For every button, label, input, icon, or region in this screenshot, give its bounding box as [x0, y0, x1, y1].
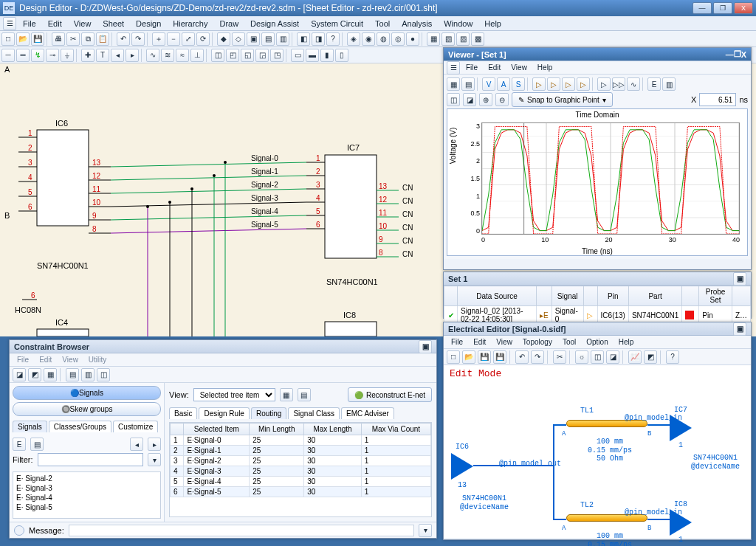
pane-pin-icon[interactable]: ▣	[419, 340, 432, 353]
menu-sheet[interactable]: Sheet	[97, 18, 129, 29]
menu-tool[interactable]: Tool	[370, 18, 395, 29]
mode-a-button[interactable]: A	[497, 77, 510, 91]
tool-icon[interactable]: ▣	[247, 32, 260, 46]
tool-icon[interactable]: ▦	[44, 368, 57, 381]
tool-icon[interactable]: ⊖	[495, 93, 509, 106]
net-icon[interactable]: ↯	[31, 49, 44, 62]
menu-design[interactable]: Design	[131, 18, 166, 29]
refresh-icon[interactable]: ⟳	[196, 32, 210, 46]
menu-view[interactable]: View	[69, 18, 97, 29]
tool-icon[interactable]: ▩	[471, 32, 484, 46]
x-value-input[interactable]	[699, 93, 736, 106]
table-row[interactable]: 5E·Signal-425301	[171, 477, 431, 487]
table-row[interactable]: 4E·Signal-325301	[171, 466, 431, 477]
ee-ic8-buffer-icon[interactable]	[670, 509, 692, 536]
cb-right-tab-routing[interactable]: Routing	[251, 407, 286, 419]
new-icon[interactable]: □	[1, 32, 15, 46]
port-icon[interactable]: ▸	[126, 49, 139, 62]
tool-icon[interactable]: ◫	[211, 49, 224, 62]
ee-menu-edit[interactable]: Edit	[469, 338, 490, 346]
snap-mode-button[interactable]: ✎ Snap to Graphic Point ▾	[512, 92, 613, 107]
set1-window[interactable]: Set 1▣ Data Source Signal Pin Part Probe…	[443, 272, 752, 319]
pane-pin-icon[interactable]: ▣	[733, 322, 746, 336]
tool-icon[interactable]: ▤	[298, 388, 311, 401]
bus-icon[interactable]: ═	[16, 49, 30, 62]
tool-icon[interactable]: ▥	[276, 32, 289, 46]
reconstruct-enet-button[interactable]: 🟢 Reconstruct E-net	[348, 387, 432, 402]
wire-icon[interactable]: ─	[1, 49, 15, 62]
paste-icon[interactable]: 📋	[96, 32, 109, 46]
open-icon[interactable]: 📂	[16, 32, 30, 46]
tool-icon[interactable]: ▬	[306, 49, 319, 62]
tool-icon[interactable]: ◪	[463, 93, 476, 106]
viewer-menu-view[interactable]: View	[506, 63, 532, 72]
menu-draw[interactable]: Draw	[214, 18, 244, 29]
tool-icon[interactable]: ◇	[232, 32, 245, 46]
ic7-body[interactable]	[325, 155, 377, 258]
tool-icon[interactable]: ▤	[461, 77, 475, 91]
play-icon[interactable]: ▷	[547, 77, 560, 91]
tool-icon[interactable]: ◪	[13, 368, 26, 381]
ic8-body[interactable]	[325, 322, 377, 336]
part-icon[interactable]: ✚	[81, 49, 94, 62]
pin-icon[interactable]: ⊸	[46, 49, 59, 62]
tool-icon[interactable]: ▮	[320, 49, 334, 62]
copy-icon[interactable]: ⧉	[81, 32, 94, 46]
tool-icon[interactable]: ✂	[553, 350, 566, 364]
cb-menu-file[interactable]: File	[13, 356, 33, 364]
cb-tab-classes[interactable]: Classes/Groups	[49, 421, 111, 432]
zoom-fit-icon[interactable]: ⤢	[182, 32, 195, 46]
routing-table[interactable]: Selected Item Min Length Max Length Max …	[170, 423, 431, 497]
tool-icon[interactable]: ◪	[606, 350, 619, 364]
tool-icon[interactable]: ≈	[176, 49, 189, 62]
cb-right-tab[interactable]: Basic	[169, 407, 197, 419]
cut-icon[interactable]: ✂	[66, 32, 80, 46]
collapse-icon[interactable]: ▸	[148, 438, 161, 451]
waveform-chart[interactable]: Time Domain Voltage (V) 00.511.522.53 01…	[447, 108, 748, 256]
ee-ic7-buffer-icon[interactable]	[670, 415, 692, 441]
tool-icon[interactable]: ▦	[447, 77, 460, 91]
tool-icon[interactable]: ☼	[575, 350, 588, 364]
menu-window[interactable]: Window	[439, 18, 478, 29]
open-icon[interactable]: 📂	[462, 350, 475, 364]
table-row[interactable]: 6E·Signal-525301	[171, 487, 431, 497]
constraint-browser-window[interactable]: Constraint Browser ▣ File Edit View Util…	[9, 339, 437, 539]
tool-icon[interactable]: ◩	[28, 368, 41, 381]
viewer-menu-help[interactable]: Help	[533, 63, 557, 72]
menu-file[interactable]: File	[18, 18, 41, 29]
tool-icon[interactable]: ▥	[81, 368, 94, 381]
table-row[interactable]: 1E·Signal-025301	[171, 435, 431, 446]
new-icon[interactable]: □	[447, 350, 460, 364]
mode-v-button[interactable]: V	[482, 77, 495, 91]
tool-icon[interactable]: ◰	[226, 49, 239, 62]
ic6-body[interactable]	[37, 130, 89, 226]
tool-icon[interactable]: ▦	[280, 388, 293, 401]
ee-menu-help[interactable]: Help	[614, 338, 639, 346]
menu-design-assist[interactable]: Design Assist	[245, 18, 304, 29]
help-icon[interactable]: ?	[326, 32, 340, 46]
play-icon[interactable]: ▷	[532, 77, 546, 91]
play-icon[interactable]: ▷	[562, 77, 575, 91]
window-max-button[interactable]: ❐	[713, 2, 732, 14]
ee-canvas[interactable]: Edit Mode IC6 13 SN74HC00N1 @deviceName …	[444, 365, 751, 538]
window-min-button[interactable]: —	[693, 2, 712, 14]
save-icon[interactable]: 💾	[31, 32, 44, 46]
menu-help[interactable]: Help	[479, 18, 506, 29]
redo-icon[interactable]: ↷	[531, 350, 544, 364]
tool-icon[interactable]: ◲	[255, 49, 269, 62]
ic4-body[interactable]	[37, 329, 89, 336]
undo-icon[interactable]: ↶	[117, 32, 130, 46]
ee-menu-option[interactable]: Option	[582, 338, 612, 346]
save-icon[interactable]: 💾	[478, 350, 491, 364]
play-icon[interactable]: ▷	[577, 77, 590, 91]
cb-menu-edit[interactable]: Edit	[35, 356, 56, 364]
play-icon[interactable]: ▷	[597, 77, 611, 91]
menu-icon[interactable]: ☰	[3, 17, 16, 30]
ee-menu-tool[interactable]: Tool	[558, 338, 580, 346]
tool-icon[interactable]: ≋	[161, 49, 174, 62]
text-icon[interactable]: T	[96, 49, 109, 62]
tool-icon[interactable]: ▥	[662, 77, 676, 91]
expand-icon[interactable]: ◂	[130, 438, 143, 451]
tool-icon[interactable]: ◨	[312, 32, 325, 46]
tool-icon[interactable]: ⊥	[190, 49, 204, 62]
